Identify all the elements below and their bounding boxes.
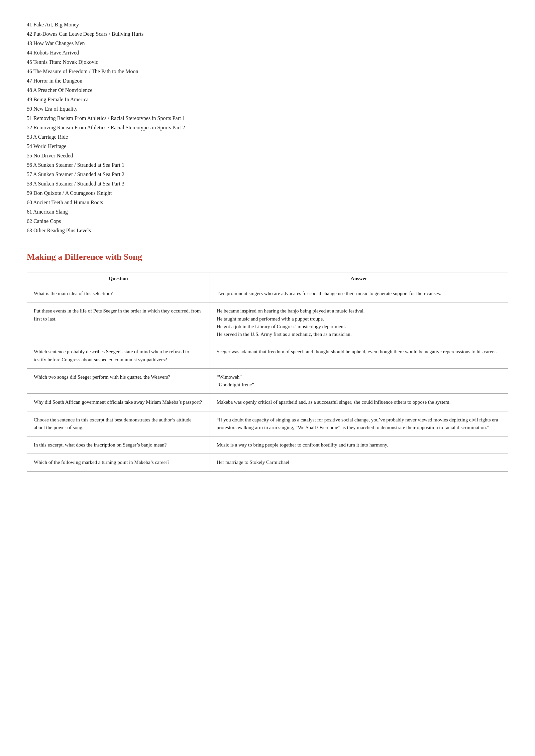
question-cell: Why did South African government officia… bbox=[27, 394, 210, 411]
col-question-header: Question bbox=[27, 272, 210, 285]
answer-cell: Music is a way to bring people together … bbox=[210, 436, 508, 454]
list-item: 50 New Era of Equality bbox=[27, 104, 508, 114]
qa-table-body: What is the main idea of this selection?… bbox=[27, 285, 508, 472]
table-row: Why did South African government officia… bbox=[27, 394, 508, 411]
question-cell: Put these events in the life of Pete See… bbox=[27, 302, 210, 343]
list-item: 61 American Slang bbox=[27, 207, 508, 217]
list-item: 54 World Heritage bbox=[27, 142, 508, 151]
answer-cell: Her marriage to Stokely Carmichael bbox=[210, 454, 508, 471]
list-item: 45 Tennis Titan: Novak Djokovic bbox=[27, 57, 508, 67]
list-item: 51 Removing Racism From Athletics / Raci… bbox=[27, 114, 508, 123]
list-item: 59 Don Quixote / A Courageous Knight bbox=[27, 188, 508, 198]
list-item: 46 The Measure of Freedom / The Path to … bbox=[27, 67, 508, 76]
list-item: 62 Canine Cops bbox=[27, 217, 508, 226]
list-item: 49 Being Female In America bbox=[27, 95, 508, 104]
list-item: 58 A Sunken Steamer / Stranded at Sea Pa… bbox=[27, 179, 508, 188]
list-item: 52 Removing Racism From Athletics / Raci… bbox=[27, 123, 508, 132]
list-item: 60 Ancient Teeth and Human Roots bbox=[27, 198, 508, 207]
list-item: 44 Robots Have Arrived bbox=[27, 48, 508, 57]
table-row: Put these events in the life of Pete See… bbox=[27, 302, 508, 343]
list-item: 57 A Sunken Steamer / Stranded at Sea Pa… bbox=[27, 170, 508, 179]
question-cell: What is the main idea of this selection? bbox=[27, 285, 210, 302]
list-item: 43 How War Changes Men bbox=[27, 39, 508, 48]
list-item: 56 A Sunken Steamer / Stranded at Sea Pa… bbox=[27, 160, 508, 170]
table-row: Which sentence probably describes Seeger… bbox=[27, 343, 508, 369]
list-item: 48 A Preacher Of Nonviolence bbox=[27, 86, 508, 95]
answer-cell: “Wimoweh”“Goodnight Irene” bbox=[210, 368, 508, 394]
table-row: Which of the following marked a turning … bbox=[27, 454, 508, 471]
list-item: 53 A Carriage Ride bbox=[27, 132, 508, 142]
question-cell: Choose the sentence in this excerpt that… bbox=[27, 411, 210, 436]
list-section: 41 Fake Art, Big Money42 Put-Downs Can L… bbox=[27, 20, 508, 235]
question-cell: In this excerpt, what does the inscripti… bbox=[27, 436, 210, 454]
table-row: Which two songs did Seeger perform with … bbox=[27, 368, 508, 394]
answer-cell: Two prominent singers who are advocates … bbox=[210, 285, 508, 302]
list-item: 47 Horror in the Dungeon bbox=[27, 76, 508, 86]
table-row: What is the main idea of this selection?… bbox=[27, 285, 508, 302]
list-item: 63 Other Reading Plus Levels bbox=[27, 226, 508, 235]
question-cell: Which two songs did Seeger perform with … bbox=[27, 368, 210, 394]
answer-cell: Seeger was adamant that freedom of speec… bbox=[210, 343, 508, 369]
question-cell: Which of the following marked a turning … bbox=[27, 454, 210, 471]
table-row: Choose the sentence in this excerpt that… bbox=[27, 411, 508, 436]
question-cell: Which sentence probably describes Seeger… bbox=[27, 343, 210, 369]
list-item: 55 No Driver Needed bbox=[27, 151, 508, 160]
answer-cell: He became inspired on hearing the banjo … bbox=[210, 302, 508, 343]
col-answer-header: Answer bbox=[210, 272, 508, 285]
qa-table: Question Answer What is the main idea of… bbox=[27, 272, 508, 472]
table-row: In this excerpt, what does the inscripti… bbox=[27, 436, 508, 454]
answer-cell: Makeba was openly critical of apartheid … bbox=[210, 394, 508, 411]
answer-cell: “If you doubt the capacity of singing as… bbox=[210, 411, 508, 436]
list-item: 41 Fake Art, Big Money bbox=[27, 20, 508, 29]
list-item: 42 Put-Downs Can Leave Deep Scars / Bull… bbox=[27, 29, 508, 39]
section-title: Making a Difference with Song bbox=[27, 252, 508, 262]
